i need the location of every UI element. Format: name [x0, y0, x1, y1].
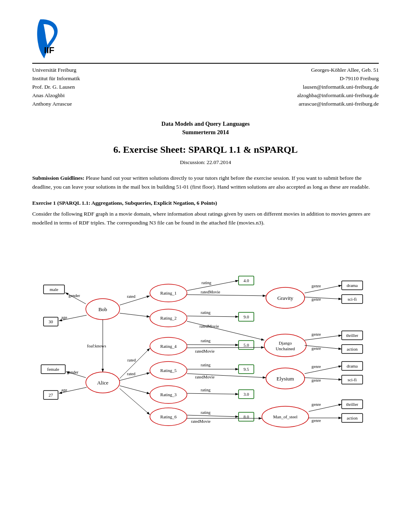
node-elysium: Elysium — [276, 376, 294, 382]
edge-label-rating-r5: rating — [201, 363, 211, 367]
node-django: Django — [279, 341, 292, 345]
edge-label-genre-thriller2: genre — [311, 402, 321, 407]
svg-line-46 — [187, 316, 239, 317]
edge-label-rating-r2: rating — [201, 310, 211, 315]
anthony-name: Anthony Arrascue — [32, 100, 80, 108]
edge-label-genre-action2: genre — [311, 418, 321, 423]
edge-label-genre-drama1: genre — [311, 284, 321, 288]
node-val-3: 3.0 — [243, 392, 249, 397]
logo-row: IIF — [32, 16, 379, 60]
iif-logo: IIF — [32, 16, 68, 60]
svg-line-55 — [305, 285, 342, 293]
node-rating4: Rating_4 — [160, 344, 177, 349]
svg-line-47 — [187, 321, 264, 340]
edge-label-ratedmovie-r5: ratedMovie — [195, 375, 215, 379]
edge-label-ratedmovie-r6: ratedMovie — [191, 419, 211, 424]
exercise1-title: Exercise 1 (SPARQL 1.1: Aggregations, Su… — [32, 200, 379, 206]
svg-line-48 — [187, 345, 239, 345]
edge-label-rating-r6: rating — [201, 410, 211, 415]
node-val-9: 9.0 — [243, 314, 249, 319]
edge-label-genre-thriller1: genre — [311, 332, 321, 337]
svg-line-44 — [187, 281, 239, 291]
edge-label-rated-r4: rated — [127, 358, 136, 362]
header-right: Georges-Köhler Allee, Geb. 51 D-79110 Fr… — [297, 66, 379, 108]
edge-label-rating-r4: rating — [201, 339, 211, 343]
anas-email: alzoghba@informatik.uni-freiburg.de — [297, 91, 379, 100]
svg-point-22 — [264, 334, 306, 357]
svg-line-53 — [187, 415, 239, 417]
node-age-alice: 27 — [49, 393, 54, 397]
edge-label-gender-alice: gender — [67, 370, 79, 374]
node-female: female — [47, 367, 59, 372]
edge-label-rating-r3: rating — [201, 388, 211, 392]
institut-name: Institut für Informatik — [32, 75, 80, 83]
edge-label-genre-scifi1: genre — [311, 297, 321, 301]
svg-line-56 — [305, 297, 342, 299]
edge-label-genre-scifi2: genre — [311, 378, 321, 382]
edge-label-gender-bob: gender — [68, 293, 80, 298]
node-val-5: 5.0 — [243, 343, 249, 347]
uni-name: Universität Freiburg — [32, 66, 80, 75]
exercise1-body: Consider the following RDF graph in a mo… — [32, 210, 379, 227]
arrascue-email: arrascue@informatik.uni-freiburg.de — [297, 100, 379, 108]
node-rating1: Rating_1 — [160, 291, 176, 295]
node-action2: action — [347, 416, 358, 420]
node-action1: action — [347, 347, 358, 351]
edge-label-ratedmovie-r2: ratedMovie — [199, 324, 219, 328]
sheet-title: 6. Exercise Sheet: SPARQL 1.1 & nSPARQL — [32, 144, 379, 155]
edge-label-age-bob: age — [61, 315, 67, 320]
course-title: Data Models and Query Languages Summerte… — [32, 120, 379, 137]
node-scifi2: sci-fi — [348, 377, 357, 382]
node-drama2: drama — [347, 364, 358, 368]
edge-label-rating-r1: rating — [201, 281, 212, 285]
edge-label-age-alice: age — [61, 388, 67, 392]
node-thriller1: thriller — [346, 333, 358, 338]
address: Georges-Köhler Allee, Geb. 51 — [297, 66, 379, 75]
header-left: Universität Freiburg Institut für Inform… — [32, 66, 80, 108]
anas-name: Anas Alzoghbi — [32, 91, 80, 100]
graph-container: male Bob 30 Rating_1 Rating_2 Rating_4 f… — [32, 233, 379, 431]
svg-line-60 — [305, 378, 342, 380]
edge-label-rated-r1: rated — [127, 294, 136, 299]
header-info: Universität Freiburg Institut für Inform… — [32, 66, 379, 108]
edge-label-rated-r5: rated — [127, 372, 136, 376]
header-area: IIF Universität Freiburg Institut für In… — [32, 16, 379, 108]
node-bob: Bob — [98, 306, 107, 312]
edge-label-foafknows: foaf:knows — [87, 344, 106, 348]
svg-line-57 — [305, 335, 342, 340]
edge-label-genre-action1: genre — [311, 346, 321, 351]
node-val-95: 9.5 — [243, 367, 249, 372]
node-rating5: Rating_5 — [160, 368, 177, 373]
edge-label-ratedmovie-r4: ratedMovie — [195, 349, 215, 353]
header-divider — [32, 63, 379, 64]
node-drama1: drama — [347, 283, 358, 288]
edge-label-ratedmovie-r1: ratedMovie — [201, 290, 220, 294]
node-scifi1: sci-fi — [348, 297, 357, 301]
rdf-graph: male Bob 30 Rating_1 Rating_2 Rating_4 f… — [32, 233, 379, 431]
page: IIF Universität Freiburg Institut für In… — [0, 0, 411, 532]
node-alice: Alice — [97, 380, 108, 386]
node-rating6: Rating_6 — [160, 414, 177, 419]
submission-label: Submission Guidlines: — [32, 175, 84, 181]
discussion-date: Discussion: 22.07.2014 — [32, 159, 379, 166]
node-age-bob: 30 — [49, 319, 54, 324]
node-rating2: Rating_2 — [160, 316, 176, 320]
submission-guidelines: Submission Guidlines: Please hand out yo… — [32, 174, 379, 191]
node-gravity: Gravity — [277, 295, 293, 301]
svg-line-52 — [187, 393, 239, 394]
lausen-email: lausen@informatik.uni-freiburg.de — [297, 83, 379, 91]
node-django-2: Unchained — [276, 346, 295, 351]
node-male: male — [50, 287, 58, 292]
edge-label-genre-drama2: genre — [311, 364, 321, 369]
svg-line-45 — [187, 295, 266, 296]
svg-line-36 — [120, 313, 150, 317]
node-man-of-steel: Man_of_steel — [273, 414, 297, 419]
node-rating3: Rating_3 — [160, 392, 177, 397]
node-thriller2: thriller — [346, 402, 358, 407]
svg-text:IIF: IIF — [44, 45, 54, 55]
svg-line-59 — [305, 366, 342, 374]
city: D-79110 Freiburg — [297, 75, 379, 83]
node-val-4: 4.0 — [243, 278, 249, 283]
prof-name: Prof. Dr. G. Lausen — [32, 83, 80, 91]
svg-line-58 — [305, 345, 342, 349]
